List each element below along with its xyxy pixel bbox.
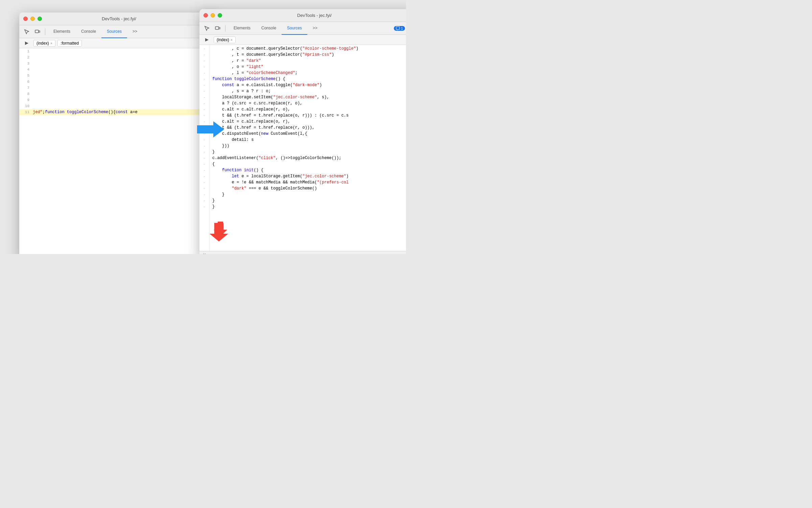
window-content-2: Elements Console Sources >> 1 [199, 22, 406, 254]
code-line-w2-20: { [212, 161, 406, 167]
file-tab-close[interactable]: × [50, 41, 52, 45]
code-line-w2-5: , l = "colorSchemeChanged"; [212, 70, 406, 76]
file-tab-index[interactable]: (index) × [33, 40, 55, 47]
tab-console-1[interactable]: Console [76, 25, 101, 38]
minimize-button-1[interactable] [30, 17, 35, 21]
close-button-2[interactable] [204, 13, 208, 18]
gutter-line: - [199, 64, 209, 70]
file-tab-formatted[interactable]: :formatted [57, 40, 82, 47]
maximize-button-1[interactable] [38, 17, 42, 21]
window-title-1: DevTools - jec.fyi/ [102, 16, 136, 21]
close-button-1[interactable] [23, 17, 28, 21]
gutter-line: - [199, 173, 209, 179]
gutter-line: - [199, 106, 209, 112]
chat-badge[interactable]: 1 [394, 26, 405, 31]
minimize-button-2[interactable] [211, 13, 215, 18]
code-line-w2-21: function init() { [212, 167, 406, 173]
code-line-w2-8: , s = a ? r : o; [212, 88, 406, 94]
location-text-2: Line 11, Column 3939 [209, 253, 246, 254]
code-line-w2-16: detail: s [212, 137, 406, 143]
format-button-2[interactable]: {} [202, 253, 207, 254]
file-tab-label-2: (index) [217, 37, 229, 42]
gutter-line: - [199, 70, 209, 76]
svg-rect-6 [215, 27, 219, 29]
code-line-7: 7 [19, 85, 219, 91]
maximize-button-2[interactable] [218, 13, 222, 18]
nav-tabs-2: Elements Console Sources >> [228, 22, 392, 35]
device-icon-2[interactable] [213, 24, 222, 33]
svg-marker-9 [205, 38, 209, 42]
code-line-w2-14: t && (t.href = t.href.replace(r, o))), [212, 125, 406, 131]
file-tab-label: (index) [37, 41, 49, 46]
sources-subtoolbar-1: (index) × :formatted [19, 38, 219, 48]
code-line-w2-22: let e = localStorage.getItem("jec.color-… [212, 173, 406, 179]
traffic-lights-2 [204, 13, 222, 18]
gutter-line: - [199, 143, 209, 149]
toolbar-divider-2 [225, 25, 225, 32]
sources-nav-icon-2[interactable] [202, 35, 212, 45]
code-line-10: 10 [19, 103, 219, 109]
file-tab-index-2[interactable]: (index) × [214, 36, 236, 43]
gutter-line: - [199, 155, 209, 161]
code-lines-2: , c = document.querySelector("#color-sch… [210, 45, 406, 251]
gutter-line: - [199, 167, 209, 173]
code-line-w2-3: , r = "dark" [212, 58, 406, 64]
gutter-line: - [199, 161, 209, 167]
code-line-w2-11: c.alt = c.alt.replace(r, o), [212, 106, 406, 112]
window-title-2: DevTools - jec.fyi/ [297, 13, 332, 18]
tab-sources-1[interactable]: Sources [101, 25, 127, 38]
tab-more-1[interactable]: >> [127, 25, 143, 38]
svg-rect-7 [219, 27, 220, 29]
code-line-11: 11 jed";function toggleColorScheme(){con… [19, 109, 219, 115]
nav-tabs-1: Elements Console Sources >> [48, 25, 216, 38]
gutter-line: - [199, 82, 209, 88]
code-line-2: 2 [19, 54, 219, 60]
gutter-line: - [199, 46, 209, 52]
code-line-w2-15: c.dispatchEvent(new CustomEvent(l,{ [212, 131, 406, 137]
code-line-4: 4 [19, 67, 219, 73]
badge-count: 1 [401, 26, 403, 30]
svg-marker-4 [197, 121, 224, 137]
gutter-line: - [199, 112, 209, 119]
tab-sources-2[interactable]: Sources [282, 22, 307, 35]
coverage-text-2: Coverage: n/a [397, 253, 406, 254]
gutter-line: - [199, 100, 209, 106]
toolbar-1: Elements Console Sources >> [19, 25, 219, 38]
code-container-2: - - - - - - - - - - - - - - - [199, 45, 406, 251]
titlebar-1: DevTools - jec.fyi/ [19, 12, 219, 25]
gutter-2: - - - - - - - - - - - - - - - [199, 45, 210, 251]
svg-marker-11 [214, 222, 227, 236]
code-editor-1: 1 2 3 4 5 [19, 48, 219, 254]
file-tab-close-2[interactable]: × [231, 38, 233, 42]
tab-console-2[interactable]: Console [256, 22, 282, 35]
tab-more-2[interactable]: >> [307, 22, 323, 35]
code-line-w2-24: "dark" === e && toggleColorScheme() [212, 185, 406, 192]
gutter-line: - [199, 58, 209, 64]
sources-nav-icon[interactable] [22, 39, 31, 48]
code-content-1: 1 2 3 4 5 [19, 48, 219, 115]
gutter-line: - [199, 88, 209, 94]
tab-elements-2[interactable]: Elements [228, 22, 256, 35]
traffic-lights-1 [23, 17, 42, 21]
sources-subtoolbar-2: (index) × [199, 35, 406, 45]
code-line-w2-23: e = !e && matchMedia && matchMedia("(pre… [212, 179, 406, 185]
gutter-line: - [199, 204, 209, 210]
gutter-line: - [199, 179, 209, 185]
code-line-6: 6 [19, 79, 219, 85]
code-line-5: 5 [19, 73, 219, 79]
code-line-w2-19: c.addEventListener("click", ()=>toggleCo… [212, 155, 406, 161]
red-arrow-indicator [213, 222, 228, 236]
gutter-line: - [199, 192, 209, 198]
code-line-9: 9 [19, 97, 219, 103]
code-line-w2-7: const a = e.classList.toggle("dark-mode"… [212, 82, 406, 88]
inspect-icon-2[interactable] [202, 24, 212, 33]
titlebar-2: DevTools - jec.fyi/ [199, 9, 406, 22]
devtools-window-1: DevTools - jec.fyi/ Elements Console Sou… [19, 12, 219, 254]
device-icon[interactable] [33, 27, 42, 36]
code-line-1: 1 [19, 48, 219, 54]
code-line-w2-12: t && (t.href = t.href.replace(o, r))) : … [212, 112, 406, 119]
tab-elements-1[interactable]: Elements [48, 25, 76, 38]
code-line-8: 8 [19, 91, 219, 97]
svg-rect-0 [35, 30, 39, 33]
inspect-icon[interactable] [22, 27, 31, 36]
